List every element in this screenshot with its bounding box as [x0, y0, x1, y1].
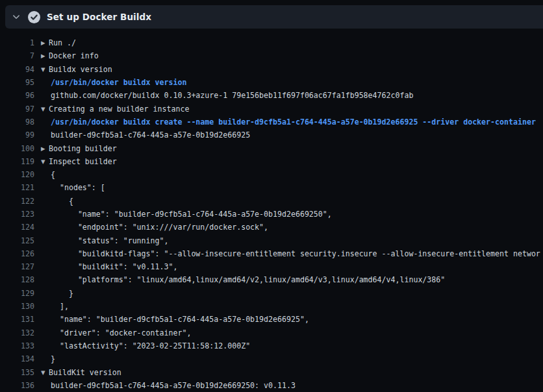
log-text: "buildkitd-flags": "--allow-insecure-ent…: [51, 249, 540, 258]
log-text: "name": "builder-d9cfb5a1-c764-445a-a57e…: [51, 315, 309, 324]
log-line: 128 "platforms": "linux/amd64,linux/amd6…: [0, 273, 543, 286]
line-number[interactable]: 135: [0, 368, 34, 377]
log-group-header[interactable]: 7 ▶Docker info: [0, 49, 543, 62]
log-text: github.com/docker/buildx 0.10.3+azure-1 …: [51, 91, 413, 100]
triangle-right-icon[interactable]: ▶: [41, 40, 49, 46]
log-line: 132 "driver": "docker-container",: [0, 326, 543, 339]
log-text: Inspect builder: [49, 157, 117, 166]
log-line: 99 builder-d9cfb5a1-c764-445a-a57e-0b19d…: [0, 129, 543, 141]
line-number[interactable]: 94: [0, 65, 34, 74]
log-text: Booting builder: [49, 144, 117, 153]
log-text: "name": "builder-d9cfb5a1-c764-445a-a57e…: [51, 210, 332, 219]
log-text: /usr/bin/docker buildx create --name bui…: [51, 117, 536, 127]
log-group-header[interactable]: 119 ▼Inspect builder: [0, 155, 543, 168]
log-line: 127 "buildkit": "v0.11.3",: [0, 260, 543, 273]
line-number[interactable]: 124: [0, 223, 34, 232]
log-text: "buildkit": "v0.11.3",: [51, 262, 177, 271]
line-number[interactable]: 131: [0, 315, 34, 324]
log-text: Docker info: [49, 51, 99, 60]
log-group-header[interactable]: 97 ▼Creating a new builder instance: [0, 102, 543, 115]
line-number[interactable]: 1: [0, 38, 34, 47]
line-number[interactable]: 122: [0, 197, 34, 206]
line-number[interactable]: 134: [0, 354, 34, 363]
triangle-right-icon[interactable]: ▶: [41, 53, 49, 59]
log-text: builder-d9cfb5a1-c764-445a-a57e-0b19d2e6…: [51, 130, 250, 140]
log-group-header[interactable]: 94 ▼Buildx version: [0, 63, 543, 76]
line-number[interactable]: 128: [0, 275, 34, 284]
log-line: 120 {: [0, 168, 543, 181]
log-line: 96 github.com/docker/buildx 0.10.3+azure…: [0, 89, 543, 102]
triangle-down-icon[interactable]: ▼: [41, 158, 49, 164]
log-text: "endpoint": "unix:///var/run/docker.sock…: [51, 223, 268, 232]
log-line: 125 "status": "running",: [0, 234, 543, 247]
log-text: Run ./: [49, 38, 76, 47]
line-number[interactable]: 121: [0, 183, 34, 192]
log-line: 131 "name": "builder-d9cfb5a1-c764-445a-…: [0, 313, 543, 326]
line-number[interactable]: 119: [0, 157, 34, 166]
triangle-down-icon[interactable]: ▼: [41, 105, 49, 112]
log-line: 130 ],: [0, 300, 543, 313]
log-text: builder-d9cfb5a1-c764-445a-a57e-0b19d2e6…: [51, 381, 296, 390]
line-number[interactable]: 97: [0, 104, 34, 114]
log-text: ],: [51, 302, 69, 311]
log-text: "driver": "docker-container",: [51, 328, 191, 337]
step-title: Set up Docker Buildx: [47, 12, 151, 22]
line-number[interactable]: 132: [0, 328, 34, 337]
step-header[interactable]: Set up Docker Buildx: [5, 5, 543, 29]
log-text: "nodes": [: [51, 183, 105, 192]
log-text: Buildx version: [49, 65, 112, 74]
log-line: 122 {: [0, 195, 543, 208]
line-number[interactable]: 123: [0, 210, 34, 219]
log-text: Creating a new builder instance: [49, 104, 189, 114]
line-number[interactable]: 120: [0, 170, 34, 179]
log-text: }: [51, 354, 55, 363]
line-number[interactable]: 98: [0, 117, 34, 127]
line-number[interactable]: 100: [0, 144, 34, 153]
log-line: 124 "endpoint": "unix:///var/run/docker.…: [0, 221, 543, 234]
log-group-header[interactable]: 135 ▼BuildKit version: [0, 365, 543, 378]
line-number[interactable]: 99: [0, 130, 34, 140]
log-line: 126 "buildkitd-flags": "--allow-insecure…: [0, 247, 543, 260]
log-container: 1 ▶Run ./ 7 ▶Docker info 94 ▼Buildx vers…: [0, 32, 543, 392]
log-text: /usr/bin/docker buildx version: [51, 78, 186, 87]
log-text: {: [51, 170, 55, 179]
log-group-header[interactable]: 1 ▶Run ./: [0, 36, 543, 49]
line-number[interactable]: 136: [0, 381, 34, 390]
chevron-down-icon[interactable]: [12, 12, 21, 21]
line-number[interactable]: 96: [0, 91, 34, 100]
line-number[interactable]: 129: [0, 289, 34, 298]
log-group-header[interactable]: 100 ▶Booting builder: [0, 141, 543, 154]
log-text: {: [51, 197, 73, 206]
check-circle-icon: [28, 11, 40, 23]
line-number[interactable]: 130: [0, 302, 34, 311]
log-line: 129 }: [0, 287, 543, 300]
log-line: 98 /usr/bin/docker buildx create --name …: [0, 116, 543, 129]
line-number[interactable]: 95: [0, 78, 34, 87]
log-line: 123 "name": "builder-d9cfb5a1-c764-445a-…: [0, 208, 543, 221]
log-line: 134 }: [0, 352, 543, 365]
triangle-down-icon[interactable]: ▼: [41, 66, 49, 72]
log-line: 133 "lastActivity": "2023-02-25T11:58:12…: [0, 339, 543, 352]
triangle-down-icon[interactable]: ▼: [41, 369, 49, 375]
line-number[interactable]: 126: [0, 249, 34, 258]
triangle-right-icon[interactable]: ▶: [41, 145, 49, 151]
line-number[interactable]: 7: [0, 51, 34, 60]
log-text: "lastActivity": "2023-02-25T11:58:12.000…: [51, 341, 250, 350]
line-number[interactable]: 127: [0, 262, 34, 271]
log-line: 136 builder-d9cfb5a1-c764-445a-a57e-0b19…: [0, 379, 543, 392]
line-number[interactable]: 125: [0, 236, 34, 245]
log-line: 121 "nodes": [: [0, 181, 543, 194]
log-text: }: [51, 289, 73, 298]
log-text: "status": "running",: [51, 236, 168, 245]
log-text: BuildKit version: [49, 368, 121, 377]
line-number[interactable]: 133: [0, 341, 34, 350]
log-line: 95 /usr/bin/docker buildx version: [0, 76, 543, 89]
log-text: "platforms": "linux/amd64,linux/amd64/v2…: [51, 275, 445, 284]
